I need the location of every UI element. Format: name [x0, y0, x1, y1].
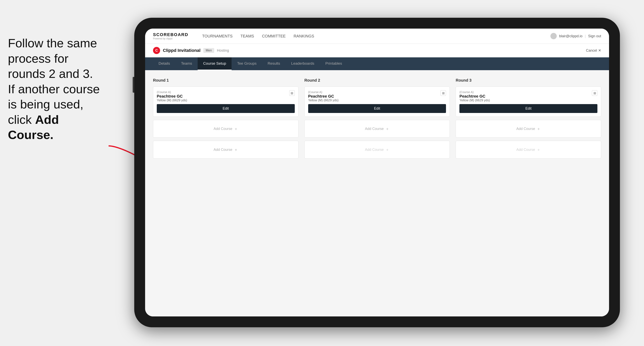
- round-3-add-course-1[interactable]: Add Course ＋: [456, 120, 601, 138]
- round-2-course-label: (Course A): [308, 90, 338, 94]
- user-email: blair@clippd.io: [559, 34, 582, 38]
- round-1-add-course-2[interactable]: Add Course ＋: [153, 141, 298, 159]
- round-1-card-icon[interactable]: ⊞: [289, 90, 295, 96]
- round-3-card-header: (Course A) Peachtree GC Yellow (M) (6629…: [460, 90, 598, 102]
- tab-leaderboards[interactable]: Leaderboards: [286, 57, 320, 70]
- nav-rankings[interactable]: RANKINGS: [294, 33, 314, 39]
- round-3-add-course-label-1: Add Course ＋: [516, 126, 540, 132]
- round-3-course-info: (Course A) Peachtree GC Yellow (M) (6629…: [460, 90, 490, 102]
- tab-teams[interactable]: Teams: [176, 57, 198, 70]
- round-3-add-course-2: Add Course ＋: [456, 141, 601, 159]
- nav-right: blair@clippd.io | Sign out: [550, 33, 601, 39]
- logo-title: SCOREBOARD: [153, 32, 188, 37]
- round-2-edit-button[interactable]: Edit: [308, 104, 446, 113]
- round-1-add-course-1[interactable]: Add Course ＋: [153, 120, 298, 138]
- round-2-add-course-label-1: Add Course ＋: [365, 126, 389, 132]
- round-1-course-details: Yellow (M) (6629 yds): [157, 99, 187, 102]
- nav-teams[interactable]: TEAMS: [240, 33, 254, 39]
- round-2-add-course-1[interactable]: Add Course ＋: [304, 120, 450, 138]
- instruction-line4: If another course: [8, 82, 100, 96]
- round-1-plus-icon-1: ＋: [234, 126, 238, 132]
- nav-divider: |: [585, 34, 586, 38]
- round-2-plus-icon-1: ＋: [385, 126, 389, 132]
- instruction-line5: is being used,: [8, 97, 84, 111]
- tablet-screen: SCOREBOARD Powered by clippd TOURNAMENTS…: [145, 29, 609, 317]
- round-3-course-label: (Course A): [460, 90, 490, 94]
- tablet-button: [133, 77, 134, 93]
- round-1-course-card: (Course A) Peachtree GC Yellow (M) (6629…: [153, 87, 298, 117]
- round-3-course-name: Peachtree GC: [460, 94, 490, 99]
- sign-out-link[interactable]: Sign out: [588, 34, 601, 38]
- round-2-add-course-2: Add Course ＋: [304, 141, 450, 159]
- round-3-plus-icon-2: ＋: [536, 147, 540, 152]
- round-3-plus-icon-1: ＋: [536, 126, 540, 132]
- round-3-course-details: Yellow (M) (6629 yds): [460, 99, 490, 102]
- tournament-badge: Men: [203, 48, 214, 53]
- instruction-panel: Follow the same process for rounds 2 and…: [0, 35, 114, 143]
- tournament-name: Clippd Invitational: [163, 48, 200, 53]
- round-3-course-card: (Course A) Peachtree GC Yellow (M) (6629…: [456, 87, 601, 117]
- tab-tee-groups[interactable]: Tee Groups: [232, 57, 262, 70]
- nav-tournaments[interactable]: TOURNAMENTS: [202, 33, 232, 39]
- nav-items: TOURNAMENTS TEAMS COMMITTEE RANKINGS: [202, 33, 540, 39]
- round-2-add-course-label-2: Add Course ＋: [365, 147, 389, 152]
- scoreboard-logo: SCOREBOARD Powered by clippd: [153, 32, 188, 40]
- round-2-course-name: Peachtree GC: [308, 94, 338, 99]
- sub-tabs: Details Teams Course Setup Tee Groups Re…: [145, 57, 609, 70]
- round-2-plus-icon-2: ＋: [385, 147, 389, 152]
- round-2-course-info: (Course A) Peachtree GC Yellow (M) (6629…: [308, 90, 338, 102]
- logo-subtitle: Powered by clippd: [153, 37, 188, 40]
- round-2-course-details: Yellow (M) (6629 yds): [308, 99, 338, 102]
- round-3-card-icon[interactable]: ⊞: [592, 90, 598, 96]
- instruction-line2: process for: [8, 52, 68, 65]
- tournament-info: C Clippd Invitational Men Hosting: [153, 47, 229, 54]
- round-1-title: Round 1: [153, 78, 298, 83]
- round-2-card-icon[interactable]: ⊞: [440, 90, 446, 96]
- tournament-status: Hosting: [217, 48, 229, 53]
- round-1-course-label: (Course A): [157, 90, 187, 94]
- instruction-line3: rounds 2 and 3.: [8, 67, 93, 80]
- cancel-button[interactable]: Cancel ✕: [586, 48, 601, 53]
- tablet-frame: SCOREBOARD Powered by clippd TOURNAMENTS…: [134, 18, 620, 327]
- round-2-column: Round 2 (Course A) Peachtree GC Yellow (…: [304, 78, 450, 159]
- main-content: Round 1 (Course A) Peachtree GC Yellow (…: [145, 70, 609, 317]
- instruction-line1: Follow the same: [8, 36, 97, 50]
- round-1-course-info: (Course A) Peachtree GC Yellow (M) (6629…: [157, 90, 187, 102]
- tournament-icon: C: [153, 47, 160, 54]
- tab-details[interactable]: Details: [153, 57, 176, 70]
- round-1-column: Round 1 (Course A) Peachtree GC Yellow (…: [153, 78, 298, 159]
- round-3-add-course-label-2: Add Course ＋: [516, 147, 540, 152]
- round-3-edit-button[interactable]: Edit: [460, 104, 598, 113]
- tab-course-setup[interactable]: Course Setup: [198, 57, 232, 70]
- rounds-grid: Round 1 (Course A) Peachtree GC Yellow (…: [153, 78, 601, 159]
- round-1-plus-icon-2: ＋: [234, 147, 238, 152]
- round-1-course-name: Peachtree GC: [157, 94, 187, 99]
- instruction-line6-normal: click: [8, 113, 35, 126]
- user-avatar: [550, 33, 557, 39]
- round-3-title: Round 3: [456, 78, 601, 83]
- cancel-icon: ✕: [598, 48, 601, 53]
- round-1-card-header: (Course A) Peachtree GC Yellow (M) (6629…: [157, 90, 295, 102]
- tournament-header: C Clippd Invitational Men Hosting Cancel…: [145, 44, 609, 57]
- round-2-card-header: (Course A) Peachtree GC Yellow (M) (6629…: [308, 90, 446, 102]
- round-3-column: Round 3 (Course A) Peachtree GC Yellow (…: [456, 78, 601, 159]
- round-1-add-course-label-1: Add Course ＋: [214, 126, 238, 132]
- round-1-edit-button[interactable]: Edit: [157, 104, 295, 113]
- top-nav: SCOREBOARD Powered by clippd TOURNAMENTS…: [145, 29, 609, 44]
- round-2-course-card: (Course A) Peachtree GC Yellow (M) (6629…: [304, 87, 450, 117]
- round-1-add-course-label-2: Add Course ＋: [214, 147, 238, 152]
- tab-results[interactable]: Results: [262, 57, 286, 70]
- round-2-title: Round 2: [304, 78, 450, 83]
- tab-printables[interactable]: Printables: [320, 57, 348, 70]
- nav-committee[interactable]: COMMITTEE: [262, 33, 286, 39]
